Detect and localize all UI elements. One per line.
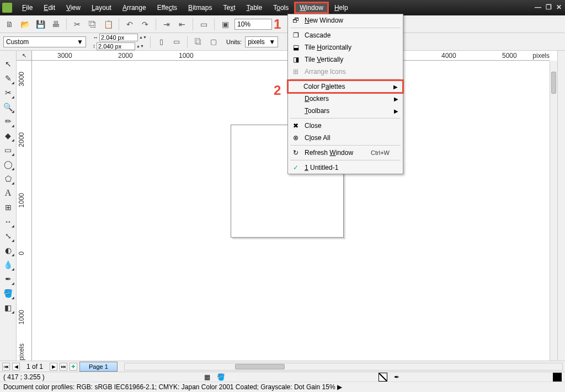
undo-button[interactable]: ↶ bbox=[124, 18, 136, 30]
copy-button[interactable]: ⿻ bbox=[87, 18, 99, 30]
menu-view[interactable]: View bbox=[61, 2, 86, 14]
new-window-icon: 🗗 bbox=[291, 16, 300, 25]
units-select[interactable]: pixels▼ bbox=[245, 36, 278, 47]
prev-page-button[interactable]: ◀ bbox=[12, 363, 20, 370]
zoom-tool[interactable]: 🔍◢ bbox=[3, 101, 14, 112]
hruler-tick: 5000 bbox=[502, 52, 517, 60]
crop-tool[interactable]: ✂◢ bbox=[3, 87, 14, 98]
width-spinner[interactable]: ▲▼ bbox=[139, 34, 146, 41]
dimension-tool[interactable]: ↔◢ bbox=[3, 216, 14, 227]
import-button[interactable]: ⇥ bbox=[161, 18, 173, 30]
blend-tool[interactable]: ◐◢ bbox=[3, 245, 14, 256]
units-value: pixels bbox=[248, 38, 265, 46]
menu-effects[interactable]: Effects bbox=[152, 2, 183, 14]
menu-tile-vertically[interactable]: ◨ Tile Vertically bbox=[288, 53, 403, 66]
vertical-scrollbar[interactable] bbox=[550, 61, 557, 361]
arrange-icons-icon: ⊞ bbox=[291, 67, 300, 76]
landscape-button[interactable]: ▭ bbox=[170, 36, 183, 48]
table-tool[interactable]: ⊞ bbox=[3, 202, 14, 213]
menu-toolbars[interactable]: Toolbars ▶ bbox=[288, 105, 403, 117]
minimize-icon[interactable]: — bbox=[535, 3, 541, 11]
page-navigator: ⏮ ◀ 1 of 1 ▶ ⏭ ✚ Page 1 bbox=[0, 361, 565, 372]
new-button[interactable]: 🗎 bbox=[3, 18, 15, 30]
page-width-input[interactable] bbox=[99, 34, 138, 41]
shape-tool[interactable]: ✎◢ bbox=[3, 73, 14, 84]
menu-tile-horizontally[interactable]: ⬓ Tile Horizontally bbox=[288, 41, 403, 53]
menu-close-all[interactable]: ⊗ Close All bbox=[288, 132, 403, 144]
freehand-tool[interactable]: ✏◢ bbox=[3, 116, 14, 127]
menu-refresh-window[interactable]: ↻ Refresh Window Ctrl+W bbox=[288, 147, 403, 159]
next-page-button[interactable]: ▶ bbox=[50, 363, 57, 370]
ruler-origin[interactable]: ↖ bbox=[17, 51, 32, 61]
redo-button[interactable]: ↷ bbox=[139, 18, 151, 30]
portrait-button[interactable]: ▯ bbox=[155, 36, 167, 48]
refresh-shortcut: Ctrl+W bbox=[371, 149, 390, 156]
publish-button[interactable]: ▭ bbox=[198, 18, 210, 30]
title-bar: FFileile Edit View Layout Arrange Effect… bbox=[0, 0, 565, 15]
close-icon[interactable]: ✕ bbox=[556, 3, 562, 11]
height-spinner[interactable]: ▲▼ bbox=[136, 42, 143, 50]
all-pages-button[interactable]: ⿻ bbox=[192, 36, 204, 48]
interactive-fill-tool[interactable]: ◧◢ bbox=[3, 302, 14, 313]
last-page-button[interactable]: ⏭ bbox=[60, 363, 67, 370]
zoom-input[interactable] bbox=[234, 19, 272, 30]
menu-doc-untitled1[interactable]: ✓ 1 Untitled-1 bbox=[288, 162, 403, 174]
width-icon: ↔ bbox=[93, 34, 98, 40]
connector-tool[interactable]: ⤡◢ bbox=[3, 230, 14, 241]
status-bar-profiles: Document color profiles: RGB: sRGB IEC61… bbox=[0, 382, 565, 392]
page-height-input[interactable] bbox=[97, 42, 135, 50]
menu-file[interactable]: FFileile bbox=[17, 2, 38, 14]
ellipse-tool[interactable]: ◯◢ bbox=[3, 159, 14, 170]
page-tab[interactable]: Page 1 bbox=[79, 362, 118, 372]
menu-text[interactable]: Text bbox=[217, 2, 241, 14]
menu-bitmaps[interactable]: Bitmaps bbox=[183, 2, 217, 14]
outline-swatch[interactable] bbox=[553, 373, 562, 382]
smart-fill-tool[interactable]: ◆◢ bbox=[3, 130, 14, 141]
paste-button[interactable]: 📋 bbox=[102, 18, 114, 30]
fill-swatch-none[interactable] bbox=[379, 373, 387, 382]
open-button[interactable]: 📂 bbox=[19, 18, 31, 30]
add-page-button[interactable]: ✚ bbox=[70, 363, 77, 370]
fill-indicator-icon[interactable]: 🪣 bbox=[217, 373, 225, 381]
page-preset-select[interactable]: Custom▼ bbox=[3, 36, 86, 47]
outline-indicator-icon[interactable]: ✒ bbox=[394, 373, 399, 381]
canvas-area: ↖ 3000 2000 1000 4000 5000 pixels 3000 2… bbox=[17, 51, 557, 361]
menu-dockers[interactable]: Dockers ▶ bbox=[288, 93, 403, 105]
text-tool[interactable]: A bbox=[3, 187, 14, 198]
vruler-tick: 0 bbox=[18, 251, 25, 255]
print-button[interactable]: 🖶 bbox=[50, 18, 62, 30]
units-label: Units: bbox=[226, 39, 242, 45]
hruler-tick: 3000 bbox=[57, 52, 72, 60]
menu-cascade[interactable]: ❐ Cascade bbox=[288, 29, 403, 41]
menu-table[interactable]: Table bbox=[241, 2, 268, 14]
current-page-button[interactable]: ▢ bbox=[207, 36, 220, 48]
menu-window[interactable]: Window bbox=[294, 2, 329, 14]
menu-color-palettes[interactable]: Color Palettes ▶ bbox=[287, 79, 404, 94]
export-button[interactable]: ⇤ bbox=[176, 18, 188, 30]
cursor-coords: ( 417 ; 3.255 ) bbox=[3, 373, 45, 381]
save-button[interactable]: 💾 bbox=[34, 18, 46, 30]
menu-help[interactable]: Help bbox=[329, 2, 354, 14]
menu-close[interactable]: ✖ Close bbox=[288, 120, 403, 132]
fullscreen-button[interactable]: ▣ bbox=[219, 18, 231, 30]
right-dock[interactable] bbox=[557, 51, 565, 361]
maximize-icon[interactable]: ❐ bbox=[546, 3, 552, 11]
horizontal-scrollbar[interactable] bbox=[124, 363, 563, 370]
menu-tools[interactable]: Tools bbox=[268, 2, 294, 14]
menu-layout[interactable]: Layout bbox=[86, 2, 117, 14]
cut-button[interactable]: ✂ bbox=[71, 18, 83, 30]
outline-tool[interactable]: ✒◢ bbox=[3, 273, 14, 284]
snap-icon[interactable]: ▦ bbox=[204, 373, 210, 381]
color-profiles[interactable]: Document color profiles: RGB: sRGB IEC61… bbox=[3, 383, 342, 391]
fill-tool[interactable]: 🪣◢ bbox=[3, 288, 14, 299]
pick-tool[interactable]: ↖ bbox=[3, 58, 14, 69]
menu-arrange[interactable]: Arrange bbox=[117, 2, 152, 14]
menu-edit[interactable]: Edit bbox=[38, 2, 61, 14]
first-page-button[interactable]: ⏮ bbox=[2, 363, 10, 370]
submenu-arrow-icon: ▶ bbox=[393, 84, 398, 90]
menu-new-window[interactable]: 🗗 New Window bbox=[288, 14, 403, 26]
rectangle-tool[interactable]: ▭◢ bbox=[3, 144, 14, 155]
polygon-tool[interactable]: ⬠◢ bbox=[3, 173, 14, 184]
eyedropper-tool[interactable]: 💧◢ bbox=[3, 259, 14, 270]
vertical-ruler[interactable]: 3000 2000 1000 0 1000 pixels bbox=[17, 61, 32, 361]
